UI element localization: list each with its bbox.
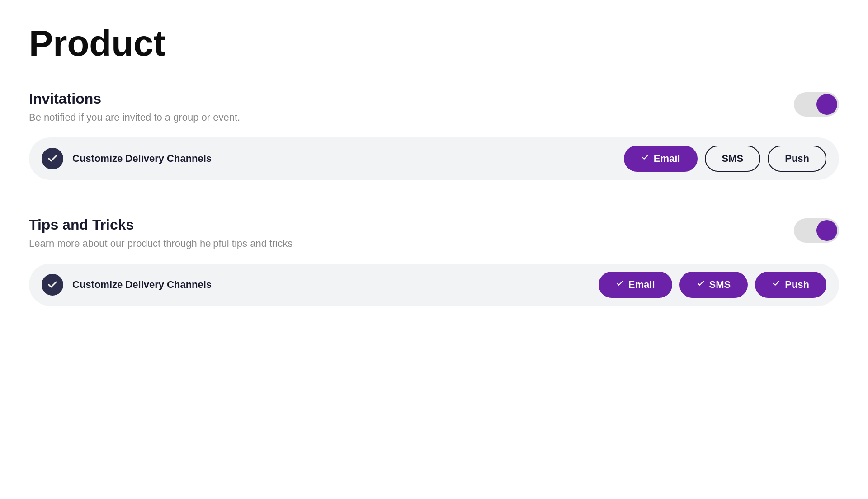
check-icon-email — [616, 279, 624, 290]
channel-label-email: Email — [628, 279, 655, 291]
check-icon-push — [772, 279, 780, 290]
page-title: Product — [29, 24, 839, 63]
channel-label-sms: SMS — [709, 279, 731, 291]
channel-label-push: Push — [785, 153, 809, 165]
delivery-checkbox-icon-invitations[interactable] — [42, 148, 63, 169]
toggle-invitations[interactable] — [794, 92, 839, 117]
section-title-invitations: Invitations — [29, 90, 794, 107]
channel-label-email: Email — [654, 153, 680, 165]
section-description-tips-and-tricks: Learn more about our product through hel… — [29, 237, 345, 251]
section-divider — [29, 198, 839, 198]
section-tips-and-tricks: Tips and TricksLearn more about our prod… — [29, 217, 839, 306]
delivery-row-invitations: Customize Delivery ChannelsEmailSMSPush — [29, 137, 839, 180]
delivery-row-tips-and-tricks: Customize Delivery ChannelsEmailSMSPush — [29, 264, 839, 306]
channel-btn-sms-invitations[interactable]: SMS — [705, 146, 761, 172]
section-title-tips-and-tricks: Tips and Tricks — [29, 217, 794, 233]
delivery-label-tips-and-tricks: Customize Delivery Channels — [72, 279, 590, 291]
check-icon-sms — [697, 279, 705, 290]
channel-btn-push-invitations[interactable]: Push — [768, 146, 826, 172]
channel-btn-push-tips-and-tricks[interactable]: Push — [755, 272, 826, 298]
channel-btn-sms-tips-and-tricks[interactable]: SMS — [679, 272, 748, 298]
section-description-invitations: Be notified if you are invited to a grou… — [29, 111, 345, 125]
toggle-tips-and-tricks[interactable] — [794, 218, 839, 243]
channel-label-sms: SMS — [722, 153, 744, 165]
section-invitations: InvitationsBe notified if you are invite… — [29, 90, 839, 180]
channel-btn-email-tips-and-tricks[interactable]: Email — [599, 272, 672, 298]
channel-label-push: Push — [785, 279, 809, 291]
delivery-label-invitations: Customize Delivery Channels — [72, 153, 615, 165]
check-icon-email — [641, 153, 649, 164]
channel-btn-email-invitations[interactable]: Email — [624, 146, 698, 172]
delivery-checkbox-icon-tips-and-tricks[interactable] — [42, 274, 63, 296]
